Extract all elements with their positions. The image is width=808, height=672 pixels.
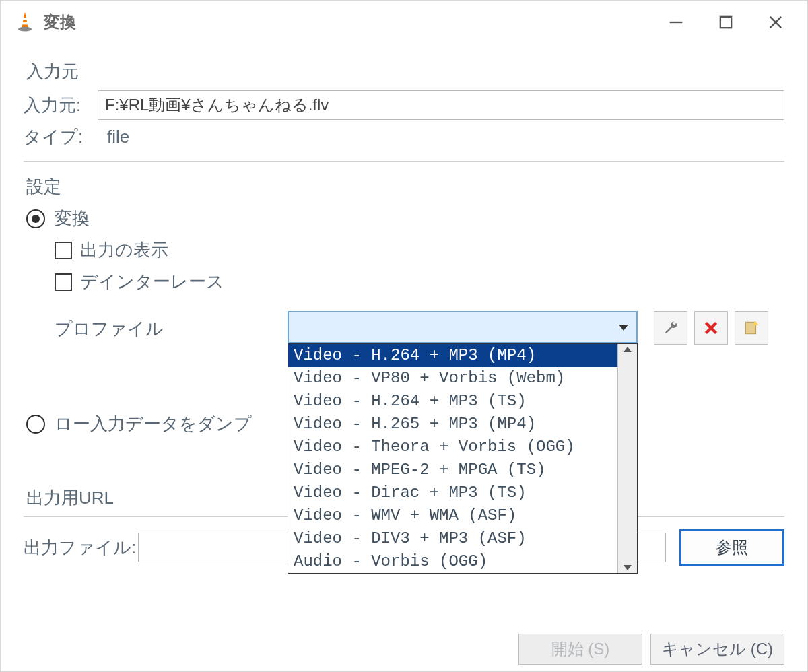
radio-dump-label: ロー入力データをダンプ: [55, 412, 252, 436]
window-title: 変換: [44, 11, 651, 33]
radio-convert-label: 変換: [55, 207, 90, 230]
maximize-button[interactable]: [701, 3, 751, 41]
checkbox-deinterlace-label: デインターレース: [80, 270, 224, 294]
source-group-label: 入力元: [26, 60, 784, 83]
vlc-cone-icon: [15, 11, 34, 34]
minimize-button[interactable]: [651, 3, 701, 41]
new-profile-icon: [743, 319, 760, 337]
profile-dropdown-list: Video - H.264 + MP3 (MP4)Video - VP80 + …: [288, 343, 638, 574]
dialog-footer: 開始 (S) キャンセル (C): [1, 621, 807, 671]
svg-rect-5: [720, 17, 731, 28]
scroll-down-icon: [624, 565, 632, 570]
radio-icon: [26, 415, 45, 434]
wrench-icon: [662, 319, 679, 337]
profile-option[interactable]: Video - H.265 + MP3 (MP4): [288, 413, 617, 436]
scroll-up-icon: [624, 347, 632, 352]
start-button[interactable]: 開始 (S): [518, 634, 642, 665]
settings-group-label: 設定: [26, 175, 784, 199]
delete-profile-button[interactable]: [694, 311, 728, 345]
checkbox-display-output[interactable]: 出力の表示: [55, 238, 784, 262]
source-group: 入力元: タイプ: file: [24, 90, 784, 162]
dropdown-scrollbar[interactable]: [617, 344, 637, 573]
cancel-button[interactable]: キャンセル (C): [650, 634, 784, 665]
checkbox-icon: [55, 242, 72, 259]
svg-marker-11: [754, 321, 759, 325]
edit-profile-button[interactable]: [654, 311, 687, 345]
radio-convert[interactable]: 変換: [26, 207, 784, 230]
svg-rect-1: [23, 18, 28, 20]
delete-icon: [702, 319, 720, 337]
type-value: file: [107, 127, 129, 147]
close-button[interactable]: [751, 3, 801, 41]
svg-point-3: [18, 27, 32, 32]
profile-label: プロファイル: [55, 317, 257, 341]
profile-option[interactable]: Video - WMV + WMA (ASF): [288, 504, 617, 527]
profile-option[interactable]: Video - H.264 + MP3 (TS): [288, 390, 617, 413]
profile-option[interactable]: Video - MPEG-2 + MPGA (TS): [288, 459, 617, 481]
chevron-down-icon: [619, 325, 628, 331]
new-profile-button[interactable]: [735, 311, 768, 345]
profile-option[interactable]: Video - DIV3 + MP3 (ASF): [288, 527, 617, 550]
profile-combobox[interactable]: [288, 311, 638, 343]
titlebar: 変換: [1, 1, 807, 44]
source-label: 入力元:: [24, 94, 98, 117]
profile-option[interactable]: Audio - Vorbis (OGG): [288, 550, 617, 573]
client-area: 入力元 入力元: タイプ: file 設定 変換 出力の表示 デインターレース: [1, 44, 807, 621]
checkbox-deinterlace[interactable]: デインターレース: [55, 270, 784, 294]
profile-option[interactable]: Video - Dirac + MP3 (TS): [288, 481, 617, 504]
radio-icon: [26, 209, 45, 228]
profile-option[interactable]: Video - VP80 + Vorbis (Webm): [288, 367, 617, 390]
checkbox-icon: [55, 273, 72, 291]
profile-option[interactable]: Video - H.264 + MP3 (MP4): [288, 344, 617, 367]
profile-area: プロファイル: [24, 311, 784, 560]
svg-rect-2: [22, 22, 28, 24]
type-label: タイプ:: [24, 125, 98, 149]
source-input[interactable]: [98, 90, 784, 120]
checkbox-display-output-label: 出力の表示: [80, 238, 168, 262]
profile-option[interactable]: Video - Theora + Vorbis (OGG): [288, 436, 617, 459]
convert-dialog: 変換 入力元 入力元: タイプ: file 設定 変換: [0, 0, 808, 672]
svg-rect-10: [745, 322, 755, 333]
